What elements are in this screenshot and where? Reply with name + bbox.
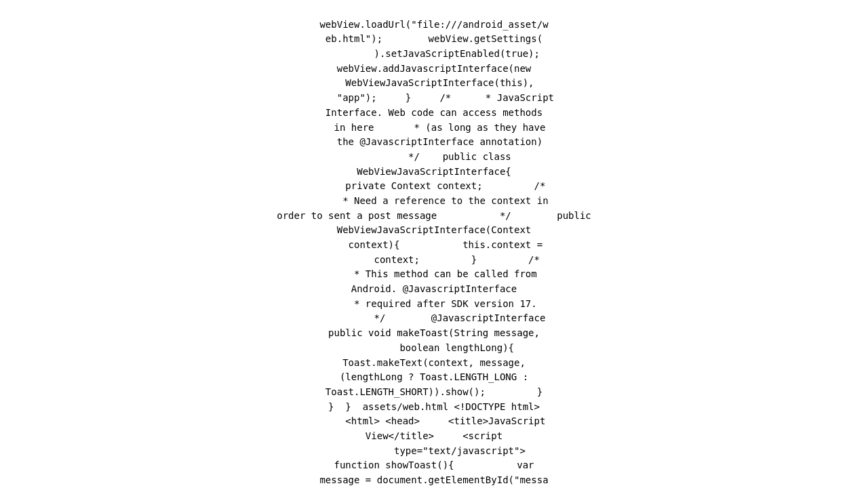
- code-line-1: webView.loadUrl("file:///android_asset/w…: [277, 19, 591, 485]
- code-viewer: webView.loadUrl("file:///android_asset/w…: [0, 0, 868, 488]
- code-content: webView.loadUrl("file:///android_asset/w…: [0, 0, 868, 488]
